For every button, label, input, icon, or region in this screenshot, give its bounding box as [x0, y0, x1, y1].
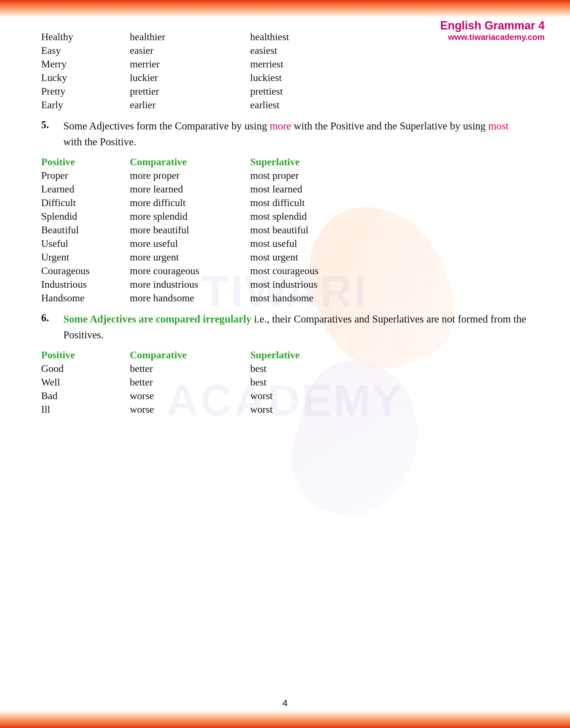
comparative-cell: more urgent — [130, 251, 250, 263]
positive-cell: Useful — [41, 238, 130, 249]
section-6: 6. Some Adjectives are compared irregula… — [41, 311, 529, 343]
table-row: Beautiful more beautiful most beautiful — [41, 224, 529, 236]
comparative-cell: prettier — [130, 85, 250, 97]
comparative-cell: better — [130, 363, 250, 375]
superlative-cell: most learned — [250, 183, 302, 195]
table-header-row: Positive Comparative Superlative — [41, 349, 529, 361]
page-number: 4 — [282, 698, 288, 708]
section-5-number: 5. — [41, 118, 63, 150]
superlative-cell: prettiest — [250, 85, 283, 97]
table-row: Difficult more difficult most difficult — [41, 197, 529, 208]
table-row: Courageous more courageous most courageo… — [41, 265, 529, 277]
table-row: Bad worse worst — [41, 390, 529, 402]
table-header-row: Positive Comparative Superlative — [41, 156, 529, 168]
table-row: Urgent more urgent most urgent — [41, 251, 529, 263]
positive-cell: Healthy — [41, 31, 130, 43]
superlative-cell: worst — [250, 390, 273, 402]
comparative-cell: more splendid — [130, 210, 250, 222]
table-row: Learned more learned most learned — [41, 183, 529, 195]
highlight-irregular: Some Adjectives are compared irregularly — [63, 313, 251, 325]
positive-cell: Industrious — [41, 278, 130, 290]
comparative-cell: more industrious — [130, 278, 250, 290]
positive-cell: Urgent — [41, 251, 130, 263]
comparative-cell: easier — [130, 45, 250, 56]
comparative-cell: more handsome — [130, 292, 250, 304]
comparative-cell: better — [130, 377, 250, 388]
positive-cell: Beautiful — [41, 224, 130, 236]
table-row: Easy easier easiest — [41, 45, 529, 56]
comparative-header: Comparative — [130, 349, 250, 361]
comparative-cell: worse — [130, 390, 250, 402]
superlative-cell: worst — [250, 404, 273, 415]
superlative-cell: most difficult — [250, 197, 305, 208]
positive-cell: Learned — [41, 183, 130, 195]
superlative-cell: best — [250, 363, 267, 375]
section-5: 5. Some Adjectives form the Comparative … — [41, 118, 529, 150]
positive-cell: Merry — [41, 58, 130, 70]
table-row: Merry merrier merriest — [41, 58, 529, 70]
positive-cell: Difficult — [41, 197, 130, 208]
positive-cell: Proper — [41, 170, 130, 181]
table-row: Lucky luckier luckiest — [41, 72, 529, 84]
comparative-cell: more useful — [130, 238, 250, 249]
table-row: Proper more proper most proper — [41, 170, 529, 181]
top-adj-table: Healthy healthier healthiest Easy easier… — [41, 31, 529, 111]
positive-cell: Early — [41, 99, 130, 111]
section-5-text: Some Adjectives form the Comparative by … — [63, 118, 529, 150]
positive-cell: Handsome — [41, 292, 130, 304]
comparative-header: Comparative — [130, 156, 250, 168]
table-row: Ill worse worst — [41, 404, 529, 415]
positive-cell: Good — [41, 363, 130, 375]
table-row: Useful more useful most useful — [41, 238, 529, 249]
superlative-cell: best — [250, 377, 267, 388]
table-row: Pretty prettier prettiest — [41, 85, 529, 97]
superlative-cell: most proper — [250, 170, 299, 181]
comparative-cell: earlier — [130, 99, 250, 111]
superlative-cell: merriest — [250, 58, 283, 70]
top-gradient-bar — [0, 0, 570, 17]
table-row: Splendid more splendid most splendid — [41, 210, 529, 222]
superlative-cell: most beautiful — [250, 224, 308, 236]
section-6-table: Positive Comparative Superlative Good be… — [41, 349, 529, 415]
comparative-cell: more courageous — [130, 265, 250, 277]
table-row: Healthy healthier healthiest — [41, 31, 529, 43]
table-row: Handsome more handsome most handsome — [41, 292, 529, 304]
comparative-cell: more learned — [130, 183, 250, 195]
superlative-cell: earliest — [250, 99, 279, 111]
comparative-cell: more proper — [130, 170, 250, 181]
positive-cell: Pretty — [41, 85, 130, 97]
superlative-cell: most industrious — [250, 278, 317, 290]
comparative-cell: healthier — [130, 31, 250, 43]
table-row: Well better best — [41, 377, 529, 388]
superlative-cell: most useful — [250, 238, 297, 249]
table-row: Industrious more industrious most indust… — [41, 278, 529, 290]
section-5-table: Positive Comparative Superlative Proper … — [41, 156, 529, 304]
positive-cell: Ill — [41, 404, 130, 415]
main-content: Healthy healthier healthiest Easy easier… — [0, 19, 570, 444]
positive-cell: Courageous — [41, 265, 130, 277]
superlative-cell: most splendid — [250, 210, 307, 222]
superlative-cell: healthiest — [250, 31, 289, 43]
section-6-number: 6. — [41, 311, 63, 343]
comparative-cell: luckier — [130, 72, 250, 84]
positive-header: Positive — [41, 156, 130, 168]
superlative-cell: most courageous — [250, 265, 319, 277]
highlight-more: more — [270, 120, 291, 132]
superlative-header: Superlative — [250, 349, 300, 361]
superlative-cell: easiest — [250, 45, 277, 56]
superlative-header: Superlative — [250, 156, 300, 168]
superlative-cell: most handsome — [250, 292, 313, 304]
superlative-cell: luckiest — [250, 72, 282, 84]
comparative-cell: worse — [130, 404, 250, 415]
table-row: Early earlier earliest — [41, 99, 529, 111]
positive-cell: Easy — [41, 45, 130, 56]
positive-cell: Well — [41, 377, 130, 388]
comparative-cell: more beautiful — [130, 224, 250, 236]
comparative-cell: more difficult — [130, 197, 250, 208]
positive-cell: Lucky — [41, 72, 130, 84]
highlight-most: most — [488, 120, 509, 132]
positive-cell: Splendid — [41, 210, 130, 222]
comparative-cell: merrier — [130, 58, 250, 70]
positive-cell: Bad — [41, 390, 130, 402]
positive-header: Positive — [41, 349, 130, 361]
